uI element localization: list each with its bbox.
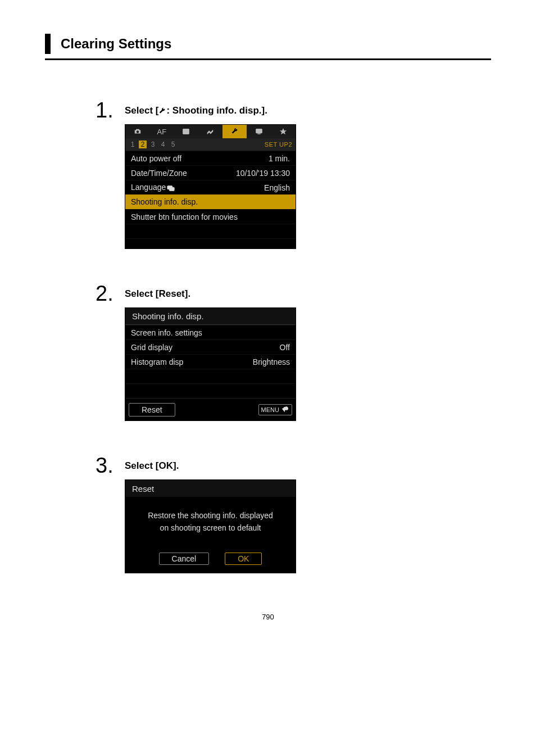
ok-button[interactable]: OK [225, 553, 262, 565]
message-line-1: Restore the shooting info. displayed [133, 509, 288, 522]
menu-label: MENU [261, 406, 279, 413]
row-label: Auto power off [131, 154, 269, 163]
step-number: 2. [96, 283, 125, 304]
tab-camera[interactable] [125, 125, 149, 138]
steps-list: 1. Select [: Shooting info. disp.]. AF [96, 99, 536, 573]
tab-display[interactable] [247, 125, 271, 138]
row-value: English [264, 183, 290, 192]
tab-wrench[interactable] [222, 125, 247, 138]
tab-star[interactable] [271, 125, 296, 138]
play-icon [182, 128, 190, 135]
menu-row-auto-power-off[interactable]: Auto power off 1 min. [125, 151, 296, 165]
step-number: 3. [96, 455, 125, 476]
menu-row-grid-display[interactable]: Grid display Off [125, 339, 296, 354]
page-title: Clearing Settings [45, 34, 536, 54]
menu-row-histogram-disp[interactable]: Histogram disp Brightness [125, 354, 296, 369]
screen-title: Shooting info. disp. [132, 311, 204, 321]
dialog-button-row: Cancel OK [125, 540, 296, 573]
page-5[interactable]: 5 [169, 141, 177, 148]
step-1: 1. Select [: Shooting info. disp.]. AF [96, 99, 536, 249]
page-2[interactable]: 2 [139, 141, 147, 148]
row-label: Screen info. settings [131, 328, 290, 337]
button-row: Reset MENU [125, 398, 296, 420]
tab-network[interactable] [198, 125, 222, 138]
row-label: Histogram disp [131, 357, 253, 366]
wrench-icon [231, 128, 239, 135]
tab-play[interactable] [174, 125, 198, 138]
return-icon [281, 406, 289, 414]
svg-marker-4 [280, 128, 287, 134]
camera-menu-screen-1: AF 1 2 3 4 5 SET UP2 [125, 124, 296, 249]
page-number: 790 [0, 613, 536, 621]
menu-row-date-time-zone[interactable]: Date/Time/Zone 10/10/'19 13:30 [125, 165, 296, 180]
step-number: 1. [96, 99, 125, 121]
camera-menu-screen-3: Reset Restore the shooting info. display… [125, 479, 296, 573]
camera-menu-screen-2: Shooting info. disp. Screen info. settin… [125, 307, 296, 421]
step-3: 3. Select [OK]. Reset Restore the shooti… [96, 455, 536, 573]
page-3[interactable]: 3 [149, 141, 157, 148]
cancel-button[interactable]: Cancel [159, 553, 210, 565]
row-value: Off [280, 343, 290, 352]
menu-row-empty [125, 238, 296, 248]
page-4[interactable]: 4 [159, 141, 167, 148]
dialog-title: Reset [132, 484, 154, 494]
language-icon [167, 184, 175, 192]
page-1[interactable]: 1 [129, 141, 137, 148]
menu-row-empty [125, 224, 296, 238]
step-2: 2. Select [Reset]. Shooting info. disp. … [96, 283, 536, 421]
step-title-post: : Shooting info. disp.]. [166, 105, 267, 116]
page-row: 1 2 3 4 5 SET UP2 [125, 138, 296, 151]
row-label: Date/Time/Zone [131, 169, 236, 178]
svg-rect-6 [170, 187, 175, 191]
menu-row-shooting-info-disp[interactable]: Shooting info. disp. [125, 194, 296, 209]
language-text: Language [131, 183, 166, 192]
menu-row-empty [125, 369, 296, 383]
wrench-icon [158, 107, 166, 115]
step-title: Select [OK]. [125, 460, 296, 472]
svg-rect-2 [256, 129, 262, 133]
row-value: 1 min. [269, 154, 290, 163]
menu-row-screen-info-settings[interactable]: Screen info. settings [125, 325, 296, 339]
row-value: 10/10/'19 13:30 [236, 169, 290, 178]
row-label: Shooting info. disp. [131, 197, 198, 206]
row-label: Grid display [131, 343, 280, 352]
af-label: AF [157, 128, 167, 136]
menu-row-empty [125, 383, 296, 398]
reset-button[interactable]: Reset [129, 403, 175, 417]
menu-back-button[interactable]: MENU [258, 404, 292, 415]
step-title: Select [Reset]. [125, 288, 296, 300]
menu-row-language[interactable]: Language English [125, 180, 296, 194]
setup-label: SET UP2 [265, 141, 292, 148]
step-title: Select [: Shooting info. disp.]. [125, 105, 296, 116]
network-icon [206, 128, 214, 135]
tab-af[interactable]: AF [149, 125, 174, 138]
star-icon [279, 128, 287, 135]
menu-row-shutter-btn[interactable]: Shutter btn function for movies [125, 209, 296, 224]
camera-icon [134, 128, 142, 135]
dialog-title-row: Reset [125, 480, 296, 497]
message-line-2: on shooting screen to default [133, 522, 288, 534]
divider [45, 58, 491, 60]
svg-rect-3 [257, 134, 260, 134]
screen-title-row: Shooting info. disp. [125, 308, 296, 325]
tab-row: AF [125, 125, 296, 138]
display-icon [255, 128, 263, 135]
row-value: Brightness [253, 357, 290, 366]
step-title-pre: Select [ [125, 105, 158, 116]
dialog-message: Restore the shooting info. displayed on … [125, 497, 296, 540]
row-label: Language [131, 183, 264, 192]
row-label: Shutter btn function for movies [131, 212, 290, 221]
